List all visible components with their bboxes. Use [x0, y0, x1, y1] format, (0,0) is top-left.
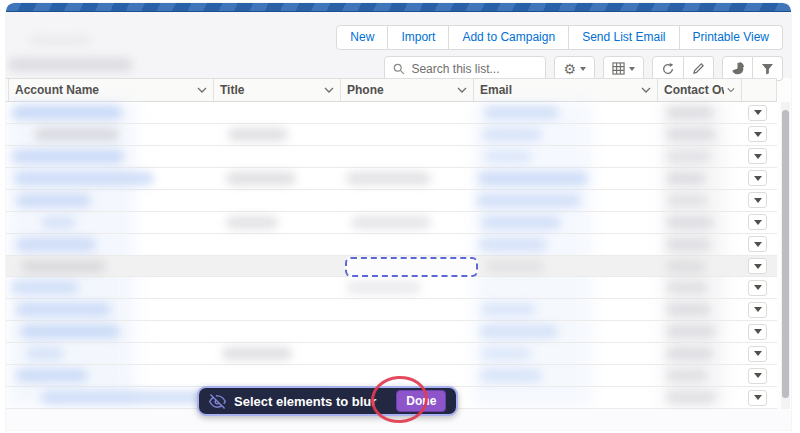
table-row	[6, 102, 777, 124]
blurred-cell-content	[482, 128, 542, 141]
column-header-account-name[interactable]: Account Name	[8, 79, 213, 101]
blurred-cell-content	[12, 106, 122, 119]
dropdown-triangle-icon	[754, 373, 762, 382]
app-window: New Import Add to Campaign Send List Ema…	[6, 3, 791, 430]
column-label: Phone	[347, 83, 384, 97]
send-list-email-button[interactable]: Send List Email	[569, 25, 679, 50]
dropdown-triangle-icon	[754, 264, 762, 273]
blurred-cell-content	[16, 369, 88, 382]
blurred-cell-content	[479, 238, 547, 251]
list-view-header: New Import Add to Campaign Send List Ema…	[6, 12, 791, 78]
blurred-object-label	[30, 36, 90, 45]
printable-view-button[interactable]: Printable View	[680, 25, 784, 50]
blurred-cell-content	[16, 303, 111, 316]
blurred-cell-content	[666, 325, 716, 338]
row-actions-button[interactable]	[748, 346, 767, 362]
row-actions-button[interactable]	[748, 236, 767, 252]
blurred-cell-content	[481, 347, 531, 360]
new-button[interactable]: New	[336, 25, 388, 50]
dropdown-triangle-icon	[754, 395, 762, 404]
column-header-title[interactable]: Title	[213, 79, 340, 101]
refresh-icon	[661, 62, 675, 76]
import-button[interactable]: Import	[388, 25, 449, 50]
blur-selection-box[interactable]	[345, 257, 478, 278]
row-actions-button[interactable]	[748, 280, 767, 296]
done-button[interactable]: Done	[396, 390, 446, 412]
eye-off-icon	[209, 393, 226, 410]
blurred-cell-content	[346, 281, 421, 294]
dropdown-triangle-icon	[754, 198, 762, 207]
blurred-cell-content	[26, 347, 64, 360]
table-row	[6, 343, 777, 365]
column-label: Email	[480, 83, 512, 97]
column-label: Account Name	[15, 83, 99, 97]
dropdown-triangle-icon	[754, 176, 762, 185]
chevron-down-icon[interactable]	[324, 87, 334, 93]
list-actions-group: New Import Add to Campaign Send List Ema…	[336, 25, 783, 50]
blurred-cell-content	[16, 194, 91, 207]
blurred-cell-content	[666, 128, 716, 141]
blurred-list-title	[8, 58, 133, 71]
blurred-cell-content	[228, 128, 288, 141]
search-icon	[393, 63, 405, 75]
row-actions-button[interactable]	[748, 214, 767, 230]
blurred-cell-content	[41, 216, 76, 229]
chevron-down-icon[interactable]	[457, 87, 467, 93]
blurred-cell-content	[480, 369, 542, 382]
row-actions-button[interactable]	[748, 390, 767, 406]
blurred-cell-content	[21, 260, 106, 273]
table-row	[6, 277, 777, 299]
table-row	[6, 365, 777, 387]
blurred-cell-content	[666, 369, 708, 382]
blurred-cell-content	[480, 325, 558, 338]
row-actions-button[interactable]	[748, 192, 767, 208]
column-header-email[interactable]: Email	[473, 79, 657, 101]
row-actions-button[interactable]	[748, 170, 767, 186]
table-row	[6, 212, 777, 234]
chevron-down-icon[interactable]	[641, 87, 651, 93]
row-actions-button[interactable]	[748, 368, 767, 384]
blurred-cell-content	[16, 238, 96, 251]
row-actions-button[interactable]	[748, 258, 767, 274]
blurred-cell-content	[666, 303, 711, 316]
table-row	[6, 234, 777, 256]
pencil-icon	[692, 62, 705, 75]
column-header-phone[interactable]: Phone	[340, 79, 473, 101]
table-row	[6, 321, 777, 343]
blurred-cell-content	[666, 172, 706, 185]
add-to-campaign-button[interactable]: Add to Campaign	[449, 25, 569, 50]
table-row	[6, 190, 777, 212]
blurred-cell-content	[20, 325, 120, 338]
blurred-cell-content	[666, 260, 706, 273]
table-body	[6, 102, 777, 409]
blurred-cell-content	[484, 150, 532, 163]
chevron-down-icon[interactable]	[727, 87, 735, 93]
dropdown-triangle-icon	[754, 110, 762, 119]
dropdown-triangle-icon	[754, 154, 762, 163]
blurred-cell-content	[486, 260, 544, 273]
blurred-cell-content	[14, 172, 154, 185]
search-input[interactable]	[411, 62, 537, 76]
vertical-scrollbar[interactable]	[781, 102, 790, 409]
blurred-cell-content	[481, 303, 536, 316]
blurred-cell-content	[11, 281, 79, 294]
chevron-down-icon	[629, 67, 635, 74]
dropdown-triangle-icon	[754, 307, 762, 316]
chevron-down-icon[interactable]	[197, 87, 207, 93]
blurred-cell-content	[484, 106, 559, 119]
dropdown-triangle-icon	[754, 285, 762, 294]
row-actions-button[interactable]	[748, 324, 767, 340]
table-row	[6, 299, 777, 321]
row-actions-button[interactable]	[748, 105, 767, 121]
browser-top-bar	[6, 3, 791, 12]
row-actions-button[interactable]	[748, 126, 767, 142]
dropdown-triangle-icon	[754, 329, 762, 338]
row-actions-button[interactable]	[748, 148, 767, 164]
scrollbar-thumb[interactable]	[782, 110, 789, 398]
blurred-cell-content	[346, 172, 431, 185]
row-actions-button[interactable]	[748, 302, 767, 318]
blurred-cell-content	[666, 106, 714, 119]
column-header-row-actions	[741, 79, 777, 101]
column-header-contact-owner[interactable]: Contact Ow...	[657, 79, 741, 101]
funnel-icon	[761, 63, 774, 75]
